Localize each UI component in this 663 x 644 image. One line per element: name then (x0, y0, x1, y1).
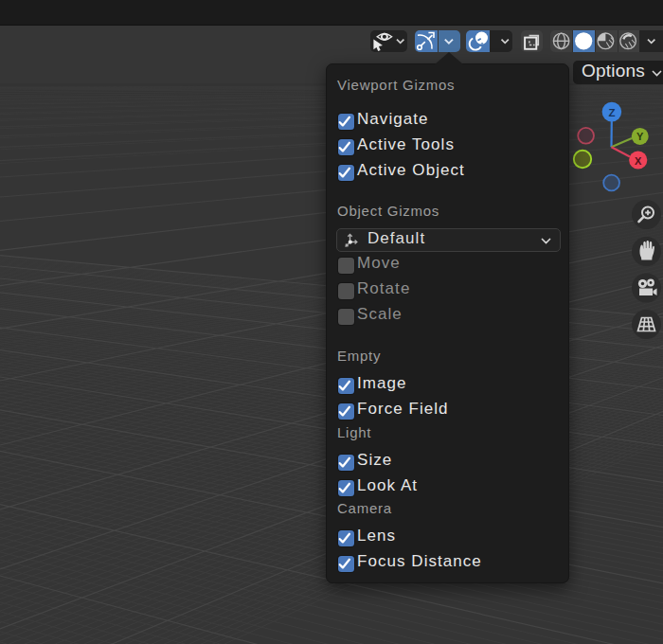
svg-text:X: X (635, 155, 642, 167)
svg-text:Y: Y (636, 131, 644, 142)
svg-text:Z: Z (608, 107, 615, 118)
